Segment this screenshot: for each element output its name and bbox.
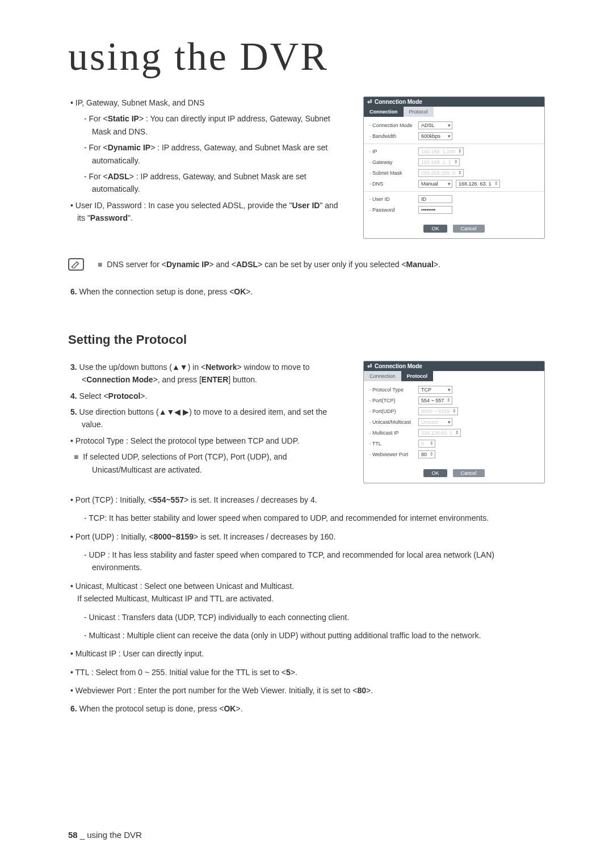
lbl-ip: IP — [370, 149, 415, 154]
section1-text: IP, Gateway, Subnet Mask, and DNS For <S… — [68, 96, 346, 228]
lbl-proto-type: Protocol Type — [370, 387, 415, 393]
sub-adsl: For <ADSL> : IP address, Gateway, and Su… — [84, 170, 346, 196]
note-dns: DNS server for <Dynamic IP> and <ADSL> c… — [107, 258, 440, 271]
step-6-protocol: 6. When the protocol setup is done, pres… — [70, 702, 545, 715]
field-ip: 192.168. 1.200 — [418, 148, 464, 155]
lbl-subnet: Subnet Mask — [370, 170, 415, 176]
bullet-proto-type: Protocol Type : Select the protocol type… — [70, 435, 346, 447]
tab-connection: Connection — [364, 371, 401, 381]
step-5: 5. Use direction buttons (▲▼◀ ▶) to move… — [70, 406, 346, 431]
field-subnet: 255.255.255. 0 — [418, 169, 464, 177]
lbl-port-udp: Port(UDP) — [370, 408, 415, 414]
shot1-title: Connection Mode — [364, 97, 544, 107]
pencil-icon — [71, 260, 81, 268]
field-webviewer: 80 — [418, 450, 435, 458]
bullet-userid: User ID, Password : In case you selected… — [70, 199, 346, 225]
back-icon — [367, 99, 372, 105]
cancel-button: Cancel — [453, 225, 485, 233]
sub-static: For <Static IP> : You can directly input… — [84, 112, 346, 138]
heading-setting-protocol: Setting the Protocol — [68, 332, 545, 347]
sub-dynamic: For <Dynamic IP> : IP address, Gateway, … — [84, 141, 346, 167]
lbl-webviewer: Webviewer Port — [370, 452, 415, 457]
field-port-udp: 8000 ~ 8159 — [418, 407, 458, 415]
lbl-gateway: Gateway — [370, 159, 415, 165]
sub-udp: UDP : It has less stability and faster s… — [84, 549, 545, 574]
bullet-ip-gw: IP, Gateway, Subnet Mask, and DNS — [70, 96, 346, 109]
lbl-ttl: TTL — [370, 441, 415, 446]
page-footer: 58_ using the DVR — [68, 830, 142, 840]
step-6-connection: 6. When the connection setup is done, pr… — [70, 285, 545, 298]
tab-protocol: Protocol — [404, 107, 434, 117]
lbl-dns: DNS — [370, 181, 415, 187]
bullet-port-udp: Port (UDP) : Initially, <8000~8159> is s… — [70, 530, 545, 543]
note-proto-udp: If selected UDP, selections of Port (TCP… — [83, 450, 346, 476]
sub-tcp: TCP: It has better stability and lower s… — [84, 512, 545, 524]
field-port-tcp: 554 ~ 557 — [418, 397, 452, 404]
running-title: using the DVR — [85, 830, 142, 840]
section2-text: 3. Use the up/down buttons (▲▼) in <Netw… — [68, 361, 346, 479]
tab-connection: Connection — [364, 107, 404, 117]
note-icon — [68, 258, 84, 271]
bullet-port-tcp: Port (TCP) : Initially, <554~557> is set… — [70, 494, 545, 506]
step-4: 4. Select <Protocol>. — [70, 390, 346, 402]
sub-multicast: Multicast : Multiple client can receive … — [84, 629, 545, 642]
back-icon — [367, 363, 372, 369]
chapter-title: using the DVR — [68, 34, 545, 79]
page-number: 58 — [68, 830, 78, 840]
field-multicast-ip: 224.126.63. 1 — [418, 429, 461, 437]
field-unicast: Unicast — [418, 418, 452, 426]
lbl-connmode: Connection Mode — [370, 123, 415, 128]
bullet-multicast-ip: Multicast IP : User can directly input. — [70, 647, 545, 660]
lbl-unicast: Unicast/Multicast — [370, 419, 415, 425]
field-proto-type: TCP — [418, 386, 452, 394]
field-dns: 168.126. 63. 1 — [456, 180, 500, 188]
lbl-multicast-ip: Multicast IP — [370, 430, 415, 436]
ok-button: OK — [423, 225, 447, 233]
field-connmode: ADSL — [418, 121, 452, 129]
bullet-ttl: TTL : Select from 0 ~ 255. Initial value… — [70, 666, 545, 679]
field-userid: ID — [418, 195, 452, 203]
lbl-password: Password — [370, 207, 415, 213]
sub-unicast: Unicast : Transfers data (UDP, TCP) indi… — [84, 611, 545, 623]
shot2-title: Connection Mode — [364, 361, 544, 371]
field-gateway: 192.168. 1. 1 — [418, 158, 460, 166]
tab-protocol: Protocol — [401, 371, 434, 381]
cancel-button: Cancel — [453, 469, 485, 477]
screenshot-protocol: Connection Mode Connection Protocol Prot… — [363, 361, 545, 483]
lbl-userid: User ID — [370, 196, 415, 202]
lbl-port-tcp: Port(TCP) — [370, 398, 415, 403]
step-3: 3. Use the up/down buttons (▲▼) in <Netw… — [70, 361, 346, 386]
bullet-unicast: Unicast, Multicast : Select one between … — [70, 580, 545, 605]
field-ttl: 5 — [418, 440, 435, 448]
bullet-webviewer: Webviewer Port : Enter the port number f… — [70, 684, 545, 697]
screenshot-connection: Connection Mode Connection Protocol Conn… — [363, 96, 545, 239]
ok-button: OK — [423, 469, 447, 477]
field-dns-mode: Manual — [418, 180, 452, 188]
field-password: •••••••• — [418, 206, 452, 214]
field-bandwidth: 600kbps — [418, 132, 452, 140]
lbl-bandwidth: Bandwidth — [370, 133, 415, 139]
